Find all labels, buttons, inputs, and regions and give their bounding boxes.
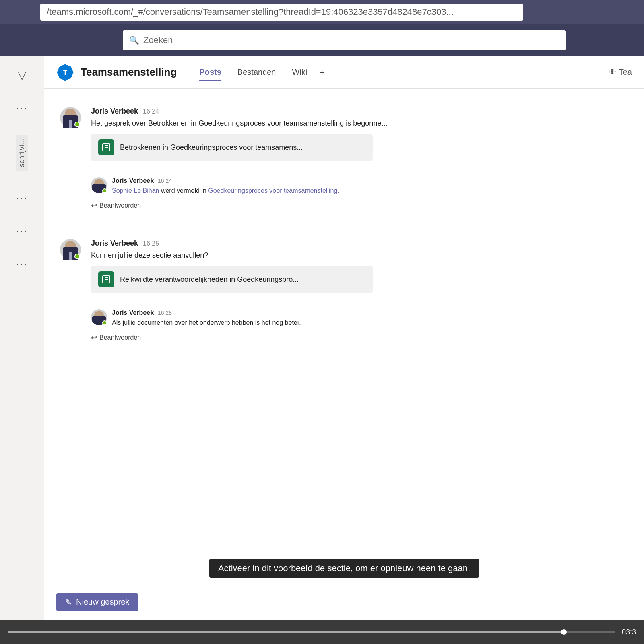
dots-icon-1: ··· bbox=[16, 102, 28, 115]
reply-button-1[interactable]: ↩ Beantwoorden bbox=[91, 199, 632, 213]
filter-icon: ▽ bbox=[18, 68, 27, 82]
message-author-2: Joris Verbeek bbox=[91, 239, 138, 248]
browser-chrome: /teams.microsoft.com/_#/conversations/Te… bbox=[0, 0, 644, 24]
reply-mid-text-1-1: werd vermeld in bbox=[161, 187, 208, 194]
tab-bestanden[interactable]: Bestanden bbox=[229, 64, 284, 80]
avatar-tie-1 bbox=[69, 120, 72, 128]
online-indicator-1 bbox=[74, 122, 80, 127]
message-header-2: Joris Verbeek 16:25 bbox=[91, 239, 632, 248]
reply-author-2-1: Joris Verbeek bbox=[112, 309, 154, 316]
channel-header-right: 👁 Tea bbox=[609, 68, 632, 77]
reply-time-1-1: 16:24 bbox=[158, 178, 172, 184]
reply-header-1-1: Joris Verbeek 16:24 bbox=[112, 177, 632, 184]
sidebar-beschrijvi[interactable]: schrijvi... bbox=[0, 131, 44, 175]
video-progress-bar: 03:3 bbox=[0, 620, 644, 644]
attachment-icon-2 bbox=[98, 271, 114, 287]
url-bar[interactable]: /teams.microsoft.com/_#/conversations/Te… bbox=[40, 4, 523, 21]
message-time-1: 16:24 bbox=[143, 108, 159, 115]
message-text-1: Het gesprek over Betrokkenen in Goedkeur… bbox=[91, 118, 453, 129]
reply-mention-1-1[interactable]: Sophie Le Bihan bbox=[112, 187, 159, 194]
reply-online-2-1 bbox=[102, 320, 107, 325]
attachment-title-1: Betrokkenen in Goedkeuringsproces voor t… bbox=[120, 143, 303, 152]
reply-label-2: Beantwoorden bbox=[99, 334, 141, 341]
attachment-card-1[interactable]: Betrokkenen in Goedkeuringsproces voor t… bbox=[91, 134, 373, 161]
subtitle-overlay: Activeer in dit voorbeeld de sectie, om … bbox=[209, 559, 479, 578]
thread-replies-1: Joris Verbeek 16:24 Sophie Le Bihan werd… bbox=[56, 173, 644, 217]
channel-header: T Teamsamenstelling Posts Bestanden Wiki… bbox=[44, 56, 644, 89]
avatar-1 bbox=[60, 107, 81, 128]
thread-avatar-area-1 bbox=[56, 107, 85, 167]
subtitle-text: Activeer in dit voorbeeld de sectie, om … bbox=[218, 563, 470, 573]
message-author-1: Joris Verbeek bbox=[91, 107, 138, 116]
wiki-icon-2 bbox=[101, 275, 111, 284]
thread-main-1: Joris Verbeek 16:24 Het gesprek over Bet… bbox=[56, 101, 644, 173]
video-time: 03:3 bbox=[622, 628, 636, 636]
reply-author-1-1: Joris Verbeek bbox=[112, 177, 154, 184]
reply-header-2-1: Joris Verbeek 16:28 bbox=[112, 309, 632, 316]
reply-avatar-1-1 bbox=[91, 177, 107, 193]
eye-icon: 👁 bbox=[609, 68, 617, 77]
thread-avatar-area-2 bbox=[56, 239, 85, 299]
channel-tabs: Posts Bestanden Wiki + bbox=[191, 64, 329, 81]
attachment-card-2[interactable]: Reikwijdte verantwoordelijkheden in Goed… bbox=[91, 266, 373, 293]
progress-fill bbox=[8, 631, 567, 633]
team-view-label: 👁 Tea bbox=[609, 68, 632, 77]
reply-text-1-1: Sophie Le Bihan werd vermeld in Goedkeur… bbox=[112, 186, 632, 196]
message-header-1: Joris Verbeek 16:24 bbox=[91, 107, 632, 116]
sidebar-item-4[interactable]: ··· bbox=[0, 253, 44, 274]
thread-replies-2: Joris Verbeek 16:28 Als jullie documente… bbox=[56, 305, 644, 349]
dots-icon-3: ··· bbox=[16, 224, 28, 237]
sidebar-item-1[interactable]: ··· bbox=[0, 98, 44, 119]
attachment-title-2: Reikwijdte verantwoordelijkheden in Goed… bbox=[120, 275, 299, 284]
tab-posts[interactable]: Posts bbox=[191, 64, 229, 80]
sidebar-item-2[interactable]: ··· bbox=[0, 187, 44, 208]
thread-1: Joris Verbeek 16:24 Het gesprek over Bet… bbox=[44, 97, 644, 221]
left-sidebar: ▽ ··· schrijvi... ··· ··· ··· bbox=[0, 56, 44, 620]
search-bar-area: 🔍 Zoeken bbox=[0, 24, 644, 56]
reply-2-1: Joris Verbeek 16:28 Als jullie documente… bbox=[91, 309, 632, 328]
search-icon: 🔍 bbox=[129, 35, 139, 45]
main-layout: ▽ ··· schrijvi... ··· ··· ··· T Teamsame… bbox=[0, 56, 644, 620]
avatar-tie-2 bbox=[69, 252, 72, 260]
search-bar[interactable]: 🔍 Zoeken bbox=[123, 30, 566, 50]
reply-label-1: Beantwoorden bbox=[99, 202, 141, 209]
reply-online-1-1 bbox=[102, 188, 107, 193]
reply-arrow-icon-1: ↩ bbox=[91, 201, 97, 210]
team-label-text: Tea bbox=[619, 68, 632, 77]
teams-channel-icon: T bbox=[56, 64, 74, 81]
reply-content-2-1: Joris Verbeek 16:28 Als jullie documente… bbox=[112, 309, 632, 328]
search-placeholder: Zoeken bbox=[143, 35, 173, 45]
message-text-2: Kunnen jullie deze sectie aanvullen? bbox=[91, 250, 632, 261]
thread-main-2: Joris Verbeek 16:25 Kunnen jullie deze s… bbox=[56, 233, 644, 305]
avatar-2 bbox=[60, 239, 81, 260]
tab-wiki[interactable]: Wiki bbox=[284, 64, 316, 80]
tab-add[interactable]: + bbox=[315, 64, 329, 81]
sidebar-label-beschrijvi: schrijvi... bbox=[16, 135, 28, 171]
message-time-2: 16:25 bbox=[143, 240, 159, 247]
sidebar-filter[interactable]: ▽ bbox=[0, 64, 44, 86]
reply-1-1: Joris Verbeek 16:24 Sophie Le Bihan werd… bbox=[91, 177, 632, 196]
thread-content-2: Joris Verbeek 16:25 Kunnen jullie deze s… bbox=[91, 239, 632, 299]
content-area: T Teamsamenstelling Posts Bestanden Wiki… bbox=[44, 56, 644, 620]
reply-link-1-1[interactable]: Goedkeuringsproces voor teamsamenstellin… bbox=[208, 187, 339, 194]
reply-arrow-icon-2: ↩ bbox=[91, 333, 97, 342]
bottom-bar: Activeer in dit voorbeeld de sectie, om … bbox=[44, 584, 644, 620]
edit-icon: ✎ bbox=[65, 597, 72, 607]
dots-icon-2: ··· bbox=[16, 191, 28, 204]
progress-track[interactable] bbox=[8, 631, 615, 633]
attachment-icon-1 bbox=[98, 139, 114, 155]
svg-text:T: T bbox=[63, 70, 67, 76]
reply-avatar-2-1 bbox=[91, 309, 107, 325]
reply-button-2[interactable]: ↩ Beantwoorden bbox=[91, 331, 632, 345]
reply-content-1-1: Joris Verbeek 16:24 Sophie Le Bihan werd… bbox=[112, 177, 632, 196]
reply-time-2-1: 16:28 bbox=[158, 310, 172, 316]
new-conversation-button[interactable]: ✎ Nieuw gesprek bbox=[56, 593, 138, 611]
sidebar-item-3[interactable]: ··· bbox=[0, 220, 44, 241]
thread-content-1: Joris Verbeek 16:24 Het gesprek over Bet… bbox=[91, 107, 632, 167]
wiki-icon bbox=[101, 142, 111, 152]
online-indicator-2 bbox=[74, 254, 80, 259]
reply-text-2-1: Als jullie documenten over het onderwerp… bbox=[112, 318, 632, 328]
conversations-area[interactable]: Joris Verbeek 16:24 Het gesprek over Bet… bbox=[44, 89, 644, 584]
url-text: /teams.microsoft.com/_#/conversations/Te… bbox=[47, 7, 454, 17]
new-conversation-label: Nieuw gesprek bbox=[76, 597, 129, 607]
